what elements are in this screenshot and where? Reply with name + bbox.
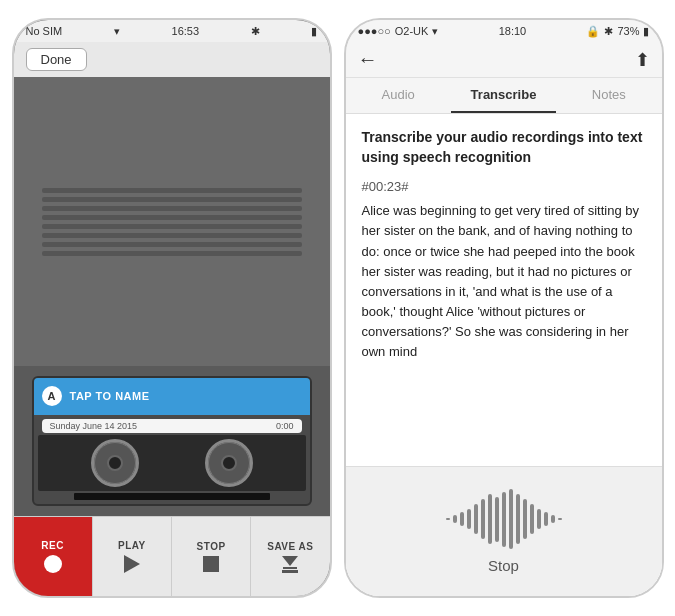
wave-bar	[446, 518, 450, 520]
stop-icon	[203, 556, 219, 572]
time-right: 18:10	[499, 25, 527, 37]
wave-bar	[544, 512, 548, 526]
cassette-reels	[38, 435, 306, 491]
tab-bar: Audio Transcribe Notes	[346, 78, 662, 114]
grille-line	[42, 188, 302, 193]
cassette-top: A TAP TO NAME	[34, 378, 310, 415]
left-reel-inner	[107, 455, 123, 471]
wave-bar	[523, 499, 527, 539]
play-label: PLAY	[118, 540, 146, 551]
rec-label: REC	[41, 540, 64, 551]
grille-line	[42, 251, 302, 256]
tab-notes[interactable]: Notes	[556, 78, 661, 113]
wave-bar	[460, 512, 464, 526]
battery-icon-right: ▮	[643, 25, 649, 38]
stop-button[interactable]: STOP	[172, 517, 251, 596]
grille-line	[42, 233, 302, 238]
grille-line	[42, 206, 302, 211]
cassette-container: A TAP TO NAME Sunday June 14 2015 0:00	[14, 366, 330, 516]
save-icon	[282, 556, 298, 573]
transcript-text: Transcribe your audio recordings into te…	[346, 114, 662, 466]
left-reel	[91, 439, 139, 487]
status-bar-right: ●●●○○ O2-UK ▾ 18:10 🔒 ✱ 73% ▮	[346, 20, 662, 42]
carrier-right: O2-UK	[395, 25, 429, 37]
save-as-button[interactable]: SAVE AS	[251, 517, 329, 596]
right-reel-inner	[221, 455, 237, 471]
battery-icon: ▮	[311, 25, 317, 38]
wave-bar	[453, 515, 457, 523]
wave-bar	[530, 504, 534, 534]
done-bar: Done	[14, 42, 330, 77]
cassette: A TAP TO NAME Sunday June 14 2015 0:00	[32, 376, 312, 506]
content-area: Transcribe your audio recordings into te…	[346, 114, 662, 596]
done-button[interactable]: Done	[26, 48, 87, 71]
cassette-a-label: A	[42, 386, 62, 406]
bluetooth-icon-right: ✱	[604, 25, 613, 38]
wave-bar	[481, 499, 485, 539]
bluetooth-icon: ✱	[251, 25, 260, 38]
status-left: ●●●○○ O2-UK ▾	[358, 25, 439, 38]
battery-percent: 73%	[617, 25, 639, 37]
wave-bar	[467, 509, 471, 529]
wave-bar	[516, 494, 520, 544]
nav-bar: ← ⬆	[346, 42, 662, 78]
play-icon	[124, 555, 140, 573]
waveform-area: Stop	[346, 466, 662, 596]
buttons-bar: REC PLAY STOP SAVE AS	[14, 516, 330, 596]
time-left: 16:53	[172, 25, 200, 37]
rec-button[interactable]: REC	[14, 517, 93, 596]
wave-bar	[551, 515, 555, 523]
grille-line	[42, 215, 302, 220]
wave-bar	[509, 489, 513, 549]
status-right: 🔒 ✱ 73% ▮	[586, 25, 649, 38]
signal-dots: ●●●○○	[358, 25, 391, 37]
cassette-info: Sunday June 14 2015 0:00	[42, 419, 302, 433]
wifi-icon: ▾	[114, 25, 120, 38]
cassette-time-display: 0:00	[276, 421, 294, 431]
left-phone: No SIM ▾ 16:53 ✱ ▮ Done A TAP TO NAME Su…	[12, 18, 332, 598]
stop-label: STOP	[197, 541, 226, 552]
stop-label-right[interactable]: Stop	[488, 557, 519, 574]
play-button[interactable]: PLAY	[93, 517, 172, 596]
right-reel	[205, 439, 253, 487]
wave-bar	[558, 518, 562, 520]
transcript-timestamp: #00:23#	[362, 177, 646, 197]
waveform	[446, 489, 562, 549]
tab-audio[interactable]: Audio	[346, 78, 451, 113]
wave-bar	[502, 492, 506, 547]
grille-line	[42, 224, 302, 229]
back-arrow-icon[interactable]: ←	[358, 48, 378, 71]
carrier-label: No SIM	[26, 25, 63, 37]
save-as-label: SAVE AS	[267, 541, 313, 552]
grille-line	[42, 242, 302, 247]
wave-bar	[474, 504, 478, 534]
wave-bar	[537, 509, 541, 529]
wave-bar	[488, 494, 492, 544]
tape-window	[74, 493, 270, 500]
share-icon[interactable]: ⬆	[635, 49, 650, 71]
cassette-date: Sunday June 14 2015	[50, 421, 138, 431]
wave-bar	[495, 497, 499, 542]
transcript-heading: Transcribe your audio recordings into te…	[362, 128, 646, 167]
grille-line	[42, 197, 302, 202]
rec-icon	[44, 555, 62, 573]
speaker-grille	[14, 77, 330, 366]
lock-icon: 🔒	[586, 25, 600, 38]
cassette-title[interactable]: TAP TO NAME	[70, 390, 150, 402]
status-bar-left: No SIM ▾ 16:53 ✱ ▮	[14, 20, 330, 42]
right-phone: ●●●○○ O2-UK ▾ 18:10 🔒 ✱ 73% ▮ ← ⬆ Audio …	[344, 18, 664, 598]
wifi-icon-right: ▾	[432, 25, 438, 38]
transcript-body: Alice was beginning to get very tired of…	[362, 201, 646, 362]
tab-transcribe[interactable]: Transcribe	[451, 78, 556, 113]
